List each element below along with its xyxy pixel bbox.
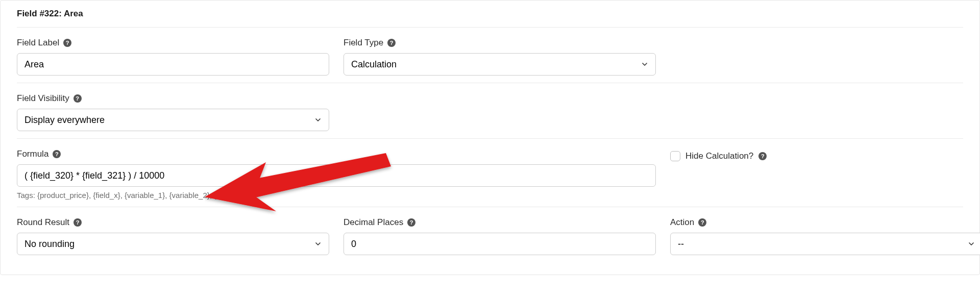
action-group: Action ? -- bbox=[670, 217, 980, 255]
field-type-select[interactable]: Calculation bbox=[344, 53, 656, 76]
decimal-places-input[interactable] bbox=[344, 233, 656, 255]
help-icon[interactable]: ? bbox=[74, 94, 82, 103]
help-icon[interactable]: ? bbox=[407, 218, 415, 227]
help-icon[interactable]: ? bbox=[698, 218, 706, 227]
hide-calculation-group: Hide Calculation? ? bbox=[670, 149, 963, 200]
action-label: Action bbox=[670, 217, 694, 228]
help-icon[interactable]: ? bbox=[758, 152, 767, 160]
help-icon[interactable]: ? bbox=[74, 218, 82, 227]
field-type-label: Field Type bbox=[344, 38, 383, 48]
help-icon[interactable]: ? bbox=[63, 39, 71, 47]
formula-tags-hint: Tags: {product_price}, {field_x}, {varia… bbox=[17, 191, 656, 200]
decimal-places-label: Decimal Places bbox=[344, 217, 403, 228]
formula-group: Formula ? Tags: {product_price}, {field_… bbox=[17, 149, 656, 200]
round-result-group: Round Result ? No rounding bbox=[17, 217, 329, 255]
action-select[interactable]: -- bbox=[670, 233, 980, 255]
hide-calculation-label: Hide Calculation? bbox=[685, 151, 753, 161]
decimal-places-group: Decimal Places ? bbox=[344, 217, 656, 255]
round-result-label: Round Result bbox=[17, 217, 69, 228]
field-settings-panel: Field #322: Area Field Label ? Field Typ… bbox=[0, 0, 980, 275]
formula-input[interactable] bbox=[17, 164, 656, 187]
field-type-group: Field Type ? Calculation bbox=[344, 38, 656, 76]
help-icon[interactable]: ? bbox=[387, 39, 396, 47]
panel-title: Field #322: Area bbox=[1, 1, 979, 27]
field-label-group: Field Label ? bbox=[17, 38, 329, 76]
help-icon[interactable]: ? bbox=[53, 150, 61, 158]
field-visibility-select[interactable]: Display everywhere bbox=[17, 109, 329, 131]
field-label-input[interactable] bbox=[17, 53, 329, 76]
formula-label: Formula bbox=[17, 149, 48, 159]
round-result-select[interactable]: No rounding bbox=[17, 233, 329, 255]
field-visibility-group: Field Visibility ? Display everywhere bbox=[17, 93, 329, 131]
field-label-text: Field Label bbox=[17, 38, 59, 48]
field-visibility-label: Field Visibility bbox=[17, 93, 69, 104]
hide-calculation-checkbox[interactable] bbox=[670, 151, 680, 161]
